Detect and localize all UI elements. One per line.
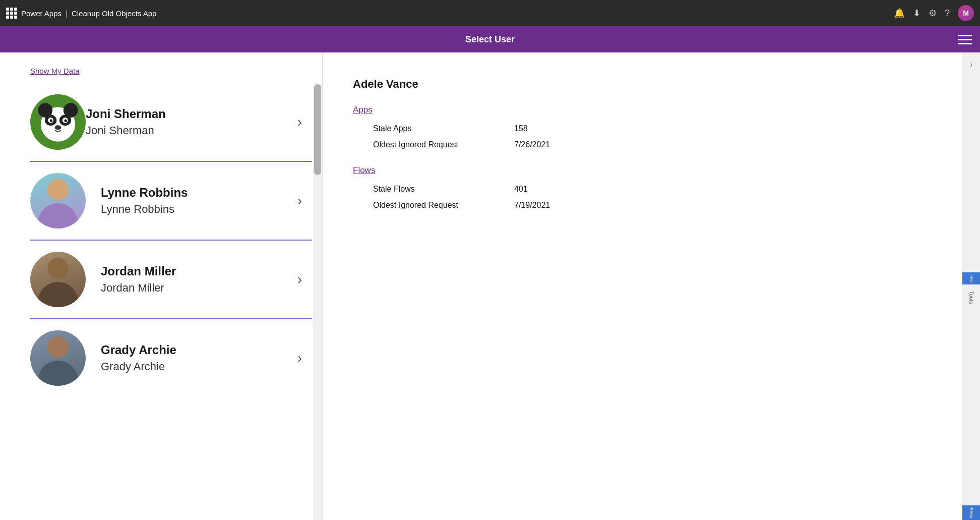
stale-apps-label: Stale Apps [373, 124, 514, 133]
edge-blue-text: Insc [969, 274, 974, 283]
chevron-right-jordan: › [297, 271, 302, 287]
user-list: Joni Sherman Joni Sherman › Lynne Robb [0, 83, 322, 520]
user-info-grady: Grady Archie Grady Archie [101, 343, 292, 373]
avatar-jordan [30, 252, 86, 307]
user-info-joni: Joni Sherman Joni Sherman [86, 107, 292, 137]
edge-tools-icon[interactable]: Tools [964, 291, 978, 305]
browser-brand: Power Apps | Cleanup Old Objects App [6, 8, 156, 19]
chevron-right-grady: › [297, 350, 302, 366]
user-secondary-name-jordan: Jordan Miller [101, 281, 292, 295]
edge-blue-label: Insc [962, 272, 981, 284]
browser-toolbar: Power Apps | Cleanup Old Objects App 🔔 ⬇… [0, 0, 980, 26]
oldest-request-flows-label: Oldest Ignored Request [373, 201, 514, 210]
apps-link[interactable]: Apps [353, 105, 373, 115]
scrollbar-track[interactable] [313, 83, 322, 520]
user-primary-name-jordan: Jordan Miller [101, 264, 292, 278]
user-info-jordan: Jordan Miller Jordan Miller [101, 264, 292, 295]
avatar-joni [30, 94, 86, 150]
apps-stale-row: Stale Apps 158 [353, 124, 932, 133]
download-icon[interactable]: ⬇ [913, 8, 921, 19]
user-secondary-name-lynne: Lynne Robbins [101, 203, 292, 216]
browser-app-name: Cleanup Old Objects App [72, 9, 156, 18]
detail-user-name: Adele Vance [353, 78, 932, 91]
user-item-grady[interactable]: Grady Archie Grady Archie › [30, 319, 312, 397]
apps-oldest-row: Oldest Ignored Request 7/26/2021 [353, 140, 932, 149]
stale-flows-value: 401 [514, 185, 528, 194]
svg-point-8 [65, 120, 67, 122]
detail-panel: Adele Vance Apps Stale Apps 158 Oldest I… [323, 52, 962, 520]
svg-point-9 [55, 125, 62, 130]
grid-icon [6, 8, 17, 19]
svg-point-7 [50, 120, 52, 122]
settings-icon[interactable]: ⚙ [929, 8, 937, 19]
app-header: Select User [0, 26, 980, 52]
user-list-panel: Show My Data [0, 52, 323, 520]
browser-brand-text: Power Apps [21, 9, 62, 18]
oldest-request-apps-value: 7/26/2021 [514, 140, 550, 149]
right-edge-panel: › Insc Tools Resp [962, 52, 980, 520]
flows-section: Flows Stale Flows 401 Oldest Ignored Req… [353, 165, 932, 210]
avatar-person-grady [30, 330, 86, 386]
avatar-person-lynne [30, 173, 86, 228]
flows-oldest-row: Oldest Ignored Request 7/19/2021 [353, 201, 932, 210]
user-item-lynne[interactable]: Lynne Robbins Lynne Robbins › [30, 162, 312, 241]
browser-icons: 🔔 ⬇ ⚙ ? M [894, 5, 974, 21]
notification-icon[interactable]: 🔔 [894, 8, 905, 19]
avatar-person-jordan [30, 252, 86, 307]
user-secondary-name-joni: Joni Sherman [86, 124, 292, 137]
user-item-jordan[interactable]: Jordan Miller Jordan Miller › [30, 241, 312, 319]
main-content: Show My Data [0, 52, 980, 520]
flows-link[interactable]: Flows [353, 165, 375, 176]
avatar-initial: M [963, 9, 969, 17]
user-info-lynne: Lynne Robbins Lynne Robbins [101, 186, 292, 216]
user-avatar-button[interactable]: M [958, 5, 974, 21]
avatar-lynne [30, 173, 86, 228]
avatar-grady [30, 330, 86, 386]
stale-apps-value: 158 [514, 124, 528, 133]
show-my-data-link[interactable]: Show My Data [0, 52, 322, 83]
edge-tools-text: Tools [968, 291, 974, 304]
scrollbar-thumb[interactable] [314, 84, 321, 175]
chevron-right-lynne: › [297, 193, 302, 209]
help-icon[interactable]: ? [945, 8, 950, 19]
brand-separator: | [66, 9, 68, 18]
user-list-inner: Joni Sherman Joni Sherman › Lynne Robb [0, 83, 322, 397]
flows-stale-row: Stale Flows 401 [353, 185, 932, 194]
oldest-request-apps-label: Oldest Ignored Request [373, 140, 514, 149]
oldest-request-flows-value: 7/19/2021 [514, 201, 550, 210]
page-title: Select User [465, 34, 515, 45]
user-primary-name-grady: Grady Archie [101, 343, 292, 357]
chevron-right-joni: › [297, 114, 302, 130]
user-primary-name-joni: Joni Sherman [86, 107, 292, 121]
apps-section: Apps Stale Apps 158 Oldest Ignored Reque… [353, 105, 932, 149]
user-secondary-name-grady: Grady Archie [101, 360, 292, 373]
hamburger-menu-button[interactable] [958, 35, 972, 44]
user-primary-name-lynne: Lynne Robbins [101, 186, 292, 200]
stale-flows-label: Stale Flows [373, 185, 514, 194]
edge-chevron[interactable]: › [964, 57, 978, 72]
edge-resp-label: Resp [962, 505, 981, 520]
user-item-joni[interactable]: Joni Sherman Joni Sherman › [30, 83, 312, 162]
panda-svg [35, 99, 81, 145]
